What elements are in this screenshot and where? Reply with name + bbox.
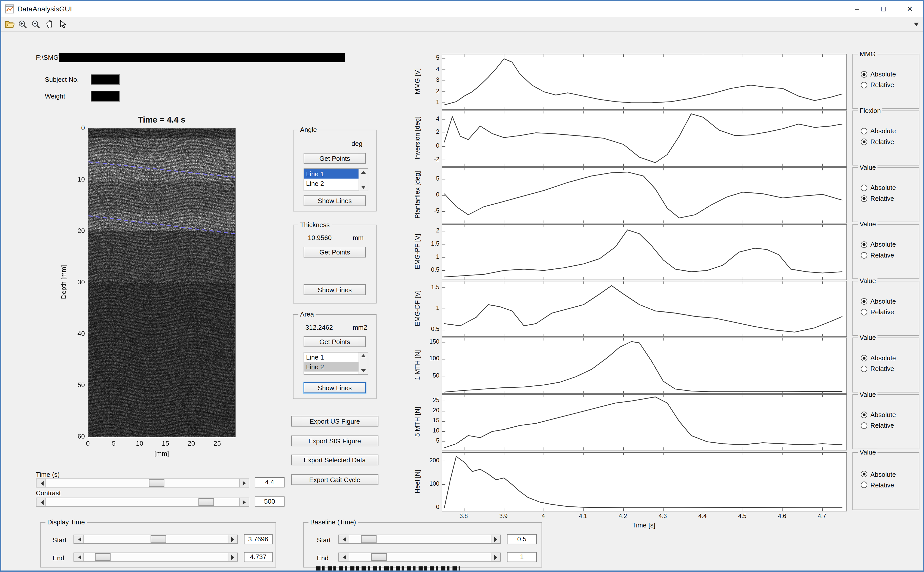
radio-button-icon[interactable] (861, 241, 867, 248)
scroll-down-icon[interactable] (361, 369, 366, 372)
scroll-up-icon[interactable] (361, 354, 366, 357)
radio-button-icon[interactable] (861, 471, 867, 477)
radio-button-icon[interactable] (861, 71, 867, 78)
radio-option-absolute[interactable]: Absolute (861, 183, 896, 192)
angle-get-points-button[interactable]: Get Points (304, 153, 366, 163)
weight-field[interactable] (91, 91, 120, 101)
contrast-value-field[interactable]: 500 (255, 497, 285, 507)
time-slider-left-arrow[interactable] (36, 479, 46, 487)
time-slider-thumb[interactable] (149, 479, 164, 487)
area-listbox-scrollbar[interactable] (359, 353, 368, 374)
zoom-out-icon[interactable] (30, 18, 42, 30)
display-end-value-field[interactable]: 4.737 (244, 552, 273, 562)
scroll-up-icon[interactable] (361, 171, 366, 174)
radio-option-absolute[interactable]: Absolute (861, 240, 896, 249)
radio-button-icon[interactable] (861, 411, 867, 418)
maximize-button[interactable]: □ (870, 1, 897, 17)
display-start-value-field[interactable]: 3.7696 (244, 534, 273, 544)
radio-option-relative[interactable]: Relative (861, 308, 894, 316)
radio-option-relative[interactable]: Relative (861, 194, 894, 202)
display-start-left-arrow[interactable] (74, 535, 84, 543)
subject-no-field[interactable] (91, 74, 120, 85)
display-start-track[interactable] (84, 535, 228, 543)
display-start-right-arrow[interactable] (228, 535, 237, 543)
open-folder-icon[interactable] (3, 18, 16, 30)
time-slider-track[interactable] (46, 479, 239, 487)
zoom-in-icon[interactable] (17, 18, 29, 30)
time-slider-right-arrow[interactable] (239, 479, 249, 487)
radio-option-absolute[interactable]: Absolute (861, 470, 896, 478)
radio-option-relative[interactable]: Relative (861, 251, 894, 259)
pan-hand-icon[interactable] (43, 18, 55, 30)
export-gait-cycle-button[interactable]: Export Gait Cycle (291, 474, 378, 485)
radio-option-absolute[interactable]: Absolute (861, 70, 896, 78)
radio-option-relative[interactable]: Relative (861, 480, 894, 489)
radio-option-relative[interactable]: Relative (861, 421, 894, 429)
radio-button-icon[interactable] (861, 82, 867, 88)
listbox-item-line-2[interactable]: Line 2 (304, 362, 359, 372)
display-end-track[interactable] (84, 553, 228, 561)
contrast-slider[interactable] (36, 497, 249, 507)
area-get-points-button[interactable]: Get Points (304, 336, 366, 347)
listbox-item-line-1[interactable]: Line 1 (304, 169, 359, 179)
radio-option-absolute[interactable]: Absolute (861, 410, 896, 419)
contrast-slider-track[interactable] (46, 498, 239, 506)
radio-button-icon[interactable] (861, 184, 867, 191)
time-slider[interactable] (36, 479, 249, 487)
ultrasound-image[interactable] (88, 128, 235, 437)
baseline-end-track[interactable] (348, 553, 491, 561)
radio-button-icon[interactable] (861, 482, 867, 488)
radio-button-icon[interactable] (861, 422, 867, 429)
time-value-field[interactable]: 4.4 (255, 477, 285, 487)
baseline-end-right-arrow[interactable] (491, 553, 500, 561)
angle-show-lines-button[interactable]: Show Lines (304, 195, 366, 206)
data-cursor-icon[interactable] (56, 18, 68, 30)
baseline-end-value-field[interactable]: 1 (507, 552, 537, 562)
display-end-thumb[interactable] (95, 553, 111, 561)
baseline-end-slider[interactable] (338, 552, 501, 561)
display-end-right-arrow[interactable] (228, 553, 237, 561)
area-show-lines-button[interactable]: Show Lines (304, 382, 366, 393)
export-us-figure-button[interactable]: Export US Figure (291, 416, 378, 426)
baseline-start-thumb[interactable] (361, 535, 377, 543)
angle-line-listbox[interactable]: Line 1Line 2 (304, 168, 368, 191)
baseline-end-left-arrow[interactable] (339, 553, 349, 561)
radio-option-absolute[interactable]: Absolute (861, 127, 896, 135)
baseline-start-left-arrow[interactable] (339, 535, 349, 543)
radio-option-relative[interactable]: Relative (861, 81, 894, 89)
radio-button-icon[interactable] (861, 127, 867, 134)
angle-listbox-scrollbar[interactable] (359, 169, 368, 191)
thickness-get-points-button[interactable]: Get Points (304, 247, 366, 257)
radio-button-icon[interactable] (861, 365, 867, 372)
minimize-button[interactable]: – (844, 1, 870, 17)
radio-button-icon[interactable] (861, 309, 867, 315)
baseline-end-thumb[interactable] (371, 553, 386, 561)
baseline-start-value-field[interactable]: 0.5 (507, 534, 537, 544)
area-line-listbox[interactable]: Line 1Line 2 (304, 352, 368, 375)
display-start-slider[interactable] (73, 535, 238, 544)
baseline-start-track[interactable] (348, 535, 491, 543)
radio-button-icon[interactable] (861, 138, 867, 145)
display-start-thumb[interactable] (151, 535, 166, 543)
listbox-item-line-1[interactable]: Line 1 (304, 353, 359, 362)
radio-button-icon[interactable] (861, 252, 867, 258)
close-button[interactable]: ✕ (897, 1, 923, 17)
baseline-start-right-arrow[interactable] (491, 535, 500, 543)
baseline-start-slider[interactable] (338, 535, 501, 544)
toolbar-corner-arrow-icon[interactable] (913, 19, 920, 30)
scroll-down-icon[interactable] (361, 186, 366, 189)
contrast-slider-left-arrow[interactable] (36, 498, 46, 506)
export-selected-data-button[interactable]: Export Selected Data (291, 454, 378, 465)
radio-option-relative[interactable]: Relative (861, 137, 894, 146)
radio-option-absolute[interactable]: Absolute (861, 297, 896, 305)
radio-button-icon[interactable] (861, 298, 867, 305)
contrast-slider-thumb[interactable] (199, 498, 214, 506)
contrast-slider-right-arrow[interactable] (239, 498, 249, 506)
radio-button-icon[interactable] (861, 195, 867, 202)
export-sig-figure-button[interactable]: Export SIG Figure (291, 435, 378, 446)
thickness-show-lines-button[interactable]: Show Lines (304, 284, 366, 295)
radio-option-absolute[interactable]: Absolute (861, 354, 896, 362)
display-end-slider[interactable] (73, 552, 238, 561)
radio-button-icon[interactable] (861, 354, 867, 361)
listbox-item-line-2[interactable]: Line 2 (304, 179, 359, 188)
